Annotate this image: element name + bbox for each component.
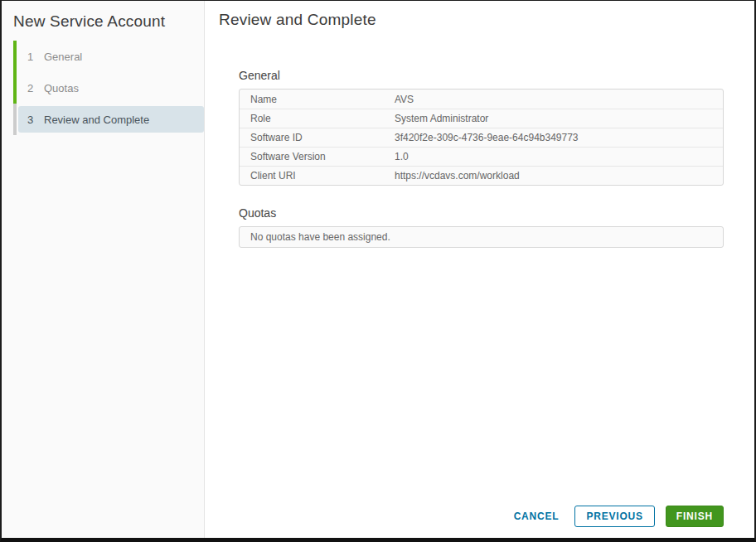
step-item-quotas[interactable]: 2 Quotas: [2, 72, 204, 104]
row-value: 1.0: [395, 151, 723, 162]
quotas-empty-message: No quotas have been assigned.: [250, 231, 390, 243]
review-content: General Name AVS Role System Administrat…: [239, 69, 724, 248]
wizard-step-list: 1 General 2 Quotas 3 Review and Complete: [2, 41, 204, 135]
section-title-quotas: Quotas: [239, 206, 724, 220]
section-title-general: General: [239, 69, 724, 82]
table-row: Role System Administrator: [240, 109, 723, 128]
general-summary-table: Name AVS Role System Administrator Softw…: [239, 89, 724, 186]
new-service-account-wizard: New Service Account 1 General 2 Quotas: [0, 0, 756, 542]
table-row: Client URI https://vcdavs.com/workload: [240, 166, 723, 185]
table-row: Software Version 1.0: [240, 147, 723, 166]
table-row: Name AVS: [240, 90, 723, 109]
wizard-main-panel: Review and Complete General Name AVS Rol…: [205, 1, 754, 538]
page-title: Review and Complete: [219, 11, 754, 29]
section-general: General Name AVS Role System Administrat…: [239, 69, 724, 186]
row-label: Software Version: [240, 151, 395, 162]
step-progress-bar-general: [13, 41, 17, 72]
step-number: 3: [27, 114, 35, 126]
step-label: Quotas: [44, 82, 79, 94]
wizard-footer: CANCEL PREVIOUS FINISH: [511, 506, 724, 527]
section-quotas: Quotas No quotas have been assigned.: [239, 206, 724, 248]
step-number: 2: [27, 82, 35, 94]
row-value: 3f420f2e-309c-4736-9eae-64c94b349773: [395, 132, 723, 143]
row-label: Role: [240, 113, 395, 124]
step-label: Review and Complete: [44, 114, 149, 126]
row-label: Client URI: [240, 170, 395, 181]
previous-button[interactable]: PREVIOUS: [574, 506, 654, 527]
wizard-title: New Service Account: [13, 12, 204, 31]
row-value: https://vcdavs.com/workload: [395, 170, 723, 181]
step-item-general[interactable]: 1 General: [2, 41, 204, 72]
finish-button[interactable]: FINISH: [666, 506, 724, 527]
quotas-empty-box: No quotas have been assigned.: [239, 226, 724, 248]
wizard-sidebar: New Service Account 1 General 2 Quotas: [2, 1, 205, 538]
row-label: Software ID: [240, 132, 395, 143]
step-number: 1: [27, 51, 35, 63]
cancel-button[interactable]: CANCEL: [511, 506, 563, 527]
step-progress-bar-quotas: [13, 72, 17, 104]
row-value: AVS: [395, 94, 723, 105]
row-label: Name: [240, 94, 395, 105]
step-label: General: [44, 51, 82, 63]
row-value: System Administrator: [395, 113, 723, 124]
step-progress-bar-review: [13, 104, 17, 135]
table-row: Software ID 3f420f2e-309c-4736-9eae-64c9…: [240, 128, 723, 147]
step-item-review-and-complete[interactable]: 3 Review and Complete: [2, 104, 204, 135]
